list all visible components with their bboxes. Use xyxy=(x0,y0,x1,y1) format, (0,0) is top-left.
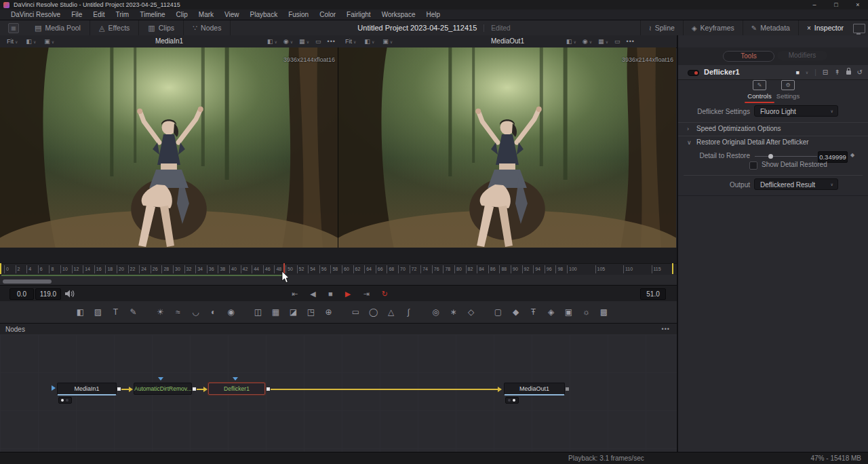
panel-button[interactable]: ▤ Media Pool xyxy=(26,20,90,35)
point-tracker-tool[interactable]: ∗ xyxy=(448,307,458,317)
node-output-square[interactable] xyxy=(117,387,121,391)
subtab-settings[interactable]: ⚙ Settings xyxy=(773,80,803,100)
polygon-mask-tool[interactable]: △ xyxy=(386,307,396,317)
node-graph[interactable]: MediaIn1 AutomaticDirtRemov... Deflicker… xyxy=(0,334,677,452)
color-corrector-tool[interactable]: ☀ xyxy=(155,307,165,317)
panel-button[interactable]: ▥ Clips xyxy=(139,20,184,35)
panel-button[interactable]: ◈ Keyframes xyxy=(683,20,743,35)
node-output-square[interactable] xyxy=(566,387,569,391)
render-range-start-marker[interactable] xyxy=(0,263,1,274)
keyframe-diamond-icon[interactable]: ◆ xyxy=(850,152,854,158)
split-view-dropdown[interactable]: ◧∨ xyxy=(364,38,374,45)
subtab-controls[interactable]: ✎ Controls xyxy=(745,80,774,103)
menu-item[interactable]: Playback xyxy=(245,9,283,20)
output-dropdown[interactable]: Deflickered Result ∨ xyxy=(754,178,838,190)
node-mask-input-triangle[interactable] xyxy=(233,377,238,381)
planar-tracker-tool[interactable]: ◇ xyxy=(466,307,476,317)
camera-3d-tool[interactable]: ▣ xyxy=(564,307,574,317)
play[interactable]: ▶ xyxy=(345,287,351,301)
panel-button[interactable]: ≀ Spline xyxy=(640,20,683,35)
menu-item[interactable]: Fairlight xyxy=(341,9,376,20)
current-frame-field[interactable]: 51.0 xyxy=(640,288,666,300)
node-deflicker1[interactable]: Deflicker1 xyxy=(208,383,265,395)
node-color-swatch[interactable]: ■ xyxy=(795,69,799,76)
show-detail-checkbox[interactable] xyxy=(749,161,757,170)
chevron-down-icon[interactable]: ∨ xyxy=(806,70,808,75)
tab-modifiers[interactable]: Modifiers xyxy=(777,51,827,60)
frame-icon[interactable]: ▭ xyxy=(315,38,321,45)
panel-button[interactable]: × Inspector xyxy=(798,20,852,35)
roi-dropdown[interactable]: ◧∨ xyxy=(267,38,277,45)
close-button[interactable]: × xyxy=(848,0,868,9)
minimize-button[interactable]: – xyxy=(804,0,825,9)
menu-item[interactable]: File xyxy=(66,9,87,20)
menu-item[interactable]: Color xyxy=(314,9,341,20)
menu-item[interactable]: Edit xyxy=(87,9,110,20)
merge-3d-tool[interactable]: ◈ xyxy=(546,307,556,317)
matte-control-tool[interactable]: ◪ xyxy=(288,307,298,317)
channel-booleans-tool[interactable]: ▦ xyxy=(271,307,281,317)
node-input-triangle[interactable] xyxy=(52,385,56,391)
go-first[interactable]: ⇤ xyxy=(292,287,298,301)
roi-dropdown[interactable]: ◧∨ xyxy=(566,38,576,45)
viewer-assign-dots[interactable] xyxy=(58,397,72,404)
reset-icon[interactable]: ↺ xyxy=(857,69,863,76)
paint-tool[interactable]: ✎ xyxy=(128,307,138,317)
blur-tool[interactable]: ◉ xyxy=(226,307,236,317)
range-in-field[interactable]: 0.0 xyxy=(9,288,34,300)
brightness-contrast-tool[interactable]: ◐ xyxy=(208,307,218,317)
node-enable-toggle[interactable] xyxy=(688,70,699,76)
color-curves-tool[interactable]: ≈ xyxy=(173,307,183,317)
text-3d-tool[interactable]: Ŧ xyxy=(528,307,538,317)
panel-button[interactable]: ✎ Metadata xyxy=(743,20,798,35)
tab-tools[interactable]: Tools xyxy=(723,51,774,62)
color-controls-dropdown[interactable]: ◉∨ xyxy=(283,38,293,45)
node-mediain1[interactable]: MediaIn1 xyxy=(57,383,117,395)
zoom-level-dropdown[interactable]: Fit∨ xyxy=(7,38,18,45)
right-viewer[interactable]: 3936x2144xfloat16 xyxy=(338,47,676,248)
play-reverse[interactable]: ◀ xyxy=(310,287,315,301)
viewer-assign-dots[interactable] xyxy=(505,397,519,404)
clean-feed-icon[interactable] xyxy=(853,24,865,33)
render-range-end-marker[interactable] xyxy=(672,263,673,274)
viewer-options-menu[interactable]: ••• xyxy=(627,38,635,45)
detail-slider-track[interactable] xyxy=(755,156,817,157)
menu-item[interactable]: Clip xyxy=(171,9,193,20)
node-automaticdirtremoval[interactable]: AutomaticDirtRemov... xyxy=(134,383,192,395)
frame-icon[interactable]: ▭ xyxy=(614,38,620,45)
color-controls-dropdown[interactable]: ◉∨ xyxy=(583,38,592,45)
timeline-scroll-handle[interactable] xyxy=(3,279,52,284)
pin-icon[interactable]: ↟ xyxy=(834,69,840,76)
shape-3d-tool[interactable]: ◆ xyxy=(511,307,521,317)
guides-dropdown[interactable]: ▦∨ xyxy=(598,38,608,45)
stereo-dropdown[interactable]: ▣∨ xyxy=(44,38,54,45)
tracker-tool[interactable]: ◎ xyxy=(431,307,441,317)
ellipse-mask-tool[interactable]: ◯ xyxy=(368,307,378,317)
transform-tool[interactable]: ⊕ xyxy=(323,307,334,317)
menu-item[interactable]: Fusion xyxy=(283,9,314,20)
panel-button[interactable]: ∵ Nodes xyxy=(184,20,231,35)
menu-item[interactable]: DaVinci Resolve xyxy=(5,9,66,20)
merge-tool[interactable]: ◫ xyxy=(253,307,263,317)
restore-detail-section[interactable]: ∨ Restore Original Detail After Deflicke… xyxy=(678,136,868,149)
text-tool[interactable]: T xyxy=(111,307,121,317)
guides-dropdown[interactable]: ▦∨ xyxy=(299,38,309,45)
rectangle-mask-tool[interactable]: ▭ xyxy=(351,307,361,317)
speed-optimization-section[interactable]: › Speed Optimization Options xyxy=(678,122,868,135)
menu-item[interactable]: View xyxy=(219,9,245,20)
renderer-3d-tool[interactable]: ▩ xyxy=(599,307,609,317)
menu-item[interactable]: Timeline xyxy=(134,9,170,20)
menu-item[interactable]: Workspace xyxy=(376,9,421,20)
zoom-level-dropdown[interactable]: Fit∨ xyxy=(345,38,356,45)
menu-item[interactable]: Mark xyxy=(193,9,219,20)
interface-toggle-icon[interactable]: ▦ xyxy=(8,23,19,33)
lock-icon[interactable] xyxy=(846,71,851,75)
go-last[interactable]: ⇥ xyxy=(363,287,369,301)
left-viewer[interactable]: 3936x2144xfloat16 xyxy=(0,47,338,248)
loop[interactable]: ↻ xyxy=(382,287,388,301)
maximize-button[interactable]: □ xyxy=(826,0,846,9)
timeline-ruler[interactable]: 0246810121416182022242628303234363840424… xyxy=(0,263,677,275)
stereo-dropdown[interactable]: ▣∨ xyxy=(382,38,393,45)
resize-tool[interactable]: ◳ xyxy=(306,307,316,317)
node-output-square[interactable] xyxy=(267,387,270,391)
